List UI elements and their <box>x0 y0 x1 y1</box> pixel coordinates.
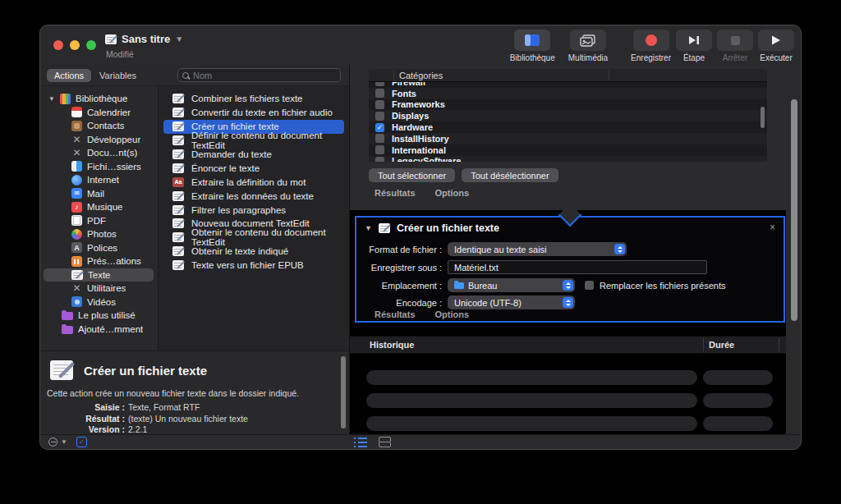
deselect-all-button[interactable]: Tout désélectionner <box>462 168 558 182</box>
encoding-select[interactable]: Unicode (UTF-8) <box>448 296 575 309</box>
collapse-chevron-icon[interactable]: ▼ <box>365 224 372 232</box>
finder-icon <box>71 161 82 172</box>
stepper-icon <box>563 280 573 291</box>
checkbox-unchecked[interactable] <box>375 134 384 143</box>
mail-icon <box>71 188 82 199</box>
sidebar-item-documents[interactable]: Docu…nt(s) <box>40 146 157 160</box>
sidebar-item-utilitaires[interactable]: Utilitaires <box>40 282 157 296</box>
music-icon <box>71 202 82 213</box>
list-view-icon[interactable] <box>354 438 367 447</box>
checkbox-unchecked[interactable] <box>375 112 384 121</box>
location-select[interactable]: Bureau <box>448 278 575 292</box>
action-row[interactable]: Obtenir le contenu du document TextEdit <box>163 231 344 245</box>
category-row[interactable]: Frameworks <box>369 99 767 111</box>
results-link[interactable]: Résultats <box>375 309 416 319</box>
action-row[interactable]: Filtrer les paragraphes <box>163 203 344 217</box>
text-action-icon <box>379 223 390 233</box>
automator-window: Sans titre ▼ Modifié Bibliothèque <box>39 25 802 450</box>
action-row[interactable]: Convertir du texte en fichier audio <box>163 106 344 120</box>
checkbox-checked[interactable] <box>375 123 384 132</box>
smart-folder-icon <box>62 312 73 320</box>
sidebar-item-fichiers[interactable]: Fichi…ssiers <box>40 160 157 174</box>
description-field-value: Texte, Format RTF <box>128 402 200 414</box>
checkbox-unchecked[interactable] <box>375 82 384 86</box>
action-row[interactable]: Définir le contenu du document TextEdit <box>163 134 344 148</box>
action-row[interactable]: Texte vers un fichier EPUB <box>163 259 344 273</box>
results-link[interactable]: Résultats <box>375 188 416 198</box>
disclosure-chevron-icon[interactable]: ▼ <box>48 95 55 103</box>
close-window-button[interactable] <box>53 40 63 50</box>
category-row[interactable]: Hardware <box>369 121 767 133</box>
sidebar-item-photos[interactable]: Photos <box>40 227 157 241</box>
category-row[interactable]: Fonts <box>369 88 767 99</box>
sidebar-item-ajoute-recemment[interactable]: Ajouté…mment <box>40 323 157 337</box>
traffic-lights <box>53 40 96 50</box>
checkbox-unchecked[interactable] <box>585 281 594 290</box>
description-scrollbar[interactable] <box>341 356 346 428</box>
sidebar-item-texte[interactable]: Texte <box>44 268 154 282</box>
column-divider <box>393 70 394 80</box>
library-panel: Actions Variables ▼ Bibliothèque Calendr… <box>40 65 350 434</box>
sidebar-item-polices[interactable]: Polices <box>40 241 157 255</box>
chevron-down-icon[interactable]: ▼ <box>61 438 67 446</box>
sidebar-item-developpeur[interactable]: Développeur <box>40 133 157 147</box>
minimize-window-button[interactable] <box>70 40 80 50</box>
checkbox-unchecked[interactable] <box>375 145 384 154</box>
sidebar-item-internet[interactable]: Internet <box>40 173 157 187</box>
sidebar-item-contacts[interactable]: Contacts <box>40 119 157 133</box>
tab-actions[interactable]: Actions <box>47 69 91 82</box>
window-scroll-track <box>786 65 801 434</box>
action-row[interactable]: Extraire la définition du mot <box>163 175 344 189</box>
chevron-down-icon[interactable]: ▼ <box>175 34 183 44</box>
action-row[interactable]: Combiner les fichiers texte <box>163 92 344 106</box>
sidebar-item-calendrier[interactable]: Calendrier <box>40 106 157 120</box>
zoom-window-button[interactable] <box>86 40 96 50</box>
category-row[interactable]: Firewall <box>369 82 767 88</box>
show-when-run-toggle-icon[interactable] <box>76 437 87 447</box>
select-all-button[interactable]: Tout sélectionner <box>369 168 455 182</box>
sidebar-item-pdf[interactable]: PDF <box>40 214 157 228</box>
stepper-icon <box>563 297 573 308</box>
search-field[interactable] <box>177 68 341 82</box>
media-toolbar-button[interactable]: Multimédia <box>568 30 608 62</box>
search-input[interactable] <box>193 71 336 80</box>
options-link[interactable]: Options <box>435 309 470 319</box>
checkbox-unchecked[interactable] <box>375 157 384 162</box>
close-action-button[interactable]: × <box>770 222 775 233</box>
sidebar-item-musique[interactable]: Musique <box>40 200 157 214</box>
category-row[interactable]: Displays <box>369 110 767 121</box>
record-icon <box>646 34 657 46</box>
category-row[interactable]: InstallHistory <box>369 133 767 144</box>
window-scrollbar[interactable] <box>791 99 797 321</box>
remove-variable-icon[interactable] <box>48 438 57 447</box>
sidebar-item-bibliotheque[interactable]: ▼ Bibliothèque <box>40 92 157 106</box>
sidebar-item-presentations[interactable]: Prés…ations <box>40 254 157 268</box>
sidebar-item-mail[interactable]: Mail <box>40 187 157 201</box>
action-row[interactable]: Extraire les données du texte <box>163 189 344 203</box>
text-action-icon <box>172 218 184 228</box>
text-action-icon <box>172 135 184 145</box>
step-icon <box>688 35 700 45</box>
action-description-panel: Créer un fichier texte Cette action crée… <box>40 351 349 434</box>
categories-table-header[interactable]: Catégories <box>369 69 767 82</box>
sidebar-item-le-plus-utilise[interactable]: Le plus utilisé <box>40 309 157 323</box>
run-toolbar-button[interactable]: Exécuter <box>758 30 794 62</box>
selected-action-panel[interactable]: ▼ Créer un fichier texte × Format de fic… <box>355 216 785 323</box>
stack-view-icon[interactable] <box>379 437 391 447</box>
category-row[interactable]: LegacySoftware <box>369 156 767 162</box>
category-row[interactable]: International <box>369 144 767 156</box>
replace-files-checkbox-row[interactable]: Remplacer les fichiers présents <box>585 281 725 291</box>
library-toolbar-button[interactable]: Bibliothèque <box>510 30 555 62</box>
tab-variables[interactable]: Variables <box>99 71 136 80</box>
step-toolbar-button[interactable]: Étape <box>676 30 712 62</box>
checkbox-unchecked[interactable] <box>375 100 384 109</box>
categories-table: Catégories Firewall Fonts Frameworks Dis… <box>369 69 767 162</box>
checkbox-unchecked[interactable] <box>375 89 384 98</box>
filename-input[interactable]: Matériel.txt <box>448 260 707 274</box>
options-link[interactable]: Options <box>435 188 470 198</box>
sidebar-item-videos[interactable]: Vidéos <box>40 296 157 309</box>
record-toolbar-button[interactable]: Enregistrer <box>631 30 671 62</box>
format-select[interactable]: Identique au texte saisi <box>448 242 627 256</box>
categories-scrollbar[interactable] <box>761 107 765 128</box>
action-row[interactable]: Énoncer le texte <box>163 161 344 175</box>
